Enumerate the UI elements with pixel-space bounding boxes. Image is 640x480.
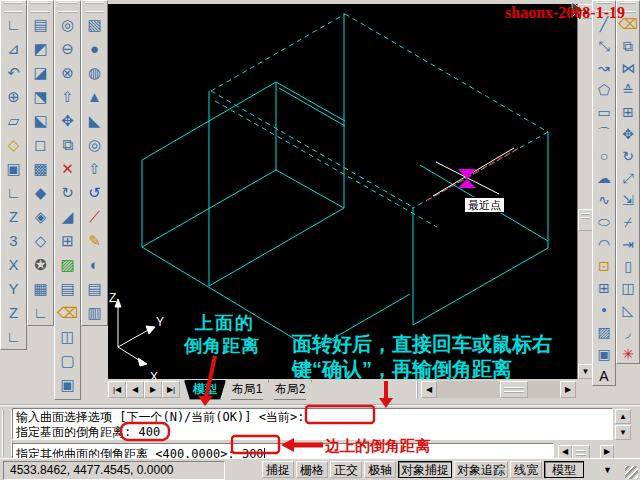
clean-icon[interactable]: ⌫ — [55, 301, 80, 325]
vscroll-thumb[interactable] — [578, 209, 593, 231]
status-toggle-grid[interactable]: 栅格 — [296, 461, 328, 478]
tab-layout2[interactable]: 布局2 — [268, 380, 312, 400]
ucs-face-icon[interactable]: ◇ — [1, 133, 26, 157]
drawing-area[interactable]: Z Y X 上面的 倒角距离 面转好后，直接回车或鼠标右 键“确认”，再输倒角距… — [108, 4, 577, 379]
delete-faces-icon[interactable]: ✕ — [55, 157, 80, 181]
cone-icon[interactable]: ▲ — [82, 85, 107, 109]
setup-drawing-icon[interactable]: ▤ — [82, 277, 107, 301]
copy-faces-icon[interactable]: ⊞ — [55, 229, 80, 253]
cylinder-icon[interactable]: ◍ — [82, 61, 107, 85]
arc-icon[interactable]: ⌒ — [593, 123, 615, 145]
shell-icon[interactable]: ▢ — [55, 349, 80, 373]
region-icon[interactable]: ▣ — [593, 343, 615, 365]
torus-icon[interactable]: ◎ — [82, 133, 107, 157]
point-icon[interactable]: • — [593, 299, 615, 321]
trim-icon[interactable]: ⌿ — [617, 211, 639, 233]
polyline-icon[interactable]: ↝ — [593, 57, 615, 79]
view-sw-isometric-icon[interactable]: ◩ — [28, 37, 53, 61]
circle-icon[interactable]: ○ — [593, 145, 615, 167]
construction-line-icon[interactable]: ⤡ — [593, 35, 615, 57]
imprint-icon[interactable]: ▤ — [55, 277, 80, 301]
ucs-ii-icon[interactable]: ⊿ — [1, 37, 26, 61]
view-back-icon[interactable]: ▩ — [28, 157, 53, 181]
status-toggle-osnap[interactable]: 对象捕捉 — [398, 461, 452, 478]
extrude-faces-icon[interactable]: ⇧ — [55, 85, 80, 109]
sphere-icon[interactable]: ● — [82, 37, 107, 61]
ellipse-arc-icon[interactable]: ◠ — [593, 233, 615, 255]
hscroll-thumb[interactable] — [500, 381, 528, 398]
view-nw-isometric-icon[interactable]: ⬕ — [28, 109, 53, 133]
tab-first-button[interactable]: |◀ — [108, 381, 126, 398]
status-toggle-model-space[interactable]: 模型 — [544, 461, 584, 478]
3d-swivel-icon[interactable]: ◇ — [28, 229, 53, 253]
subtract-icon[interactable]: ⊖ — [55, 37, 80, 61]
fillet-icon[interactable]: ◞ — [617, 321, 639, 343]
move-ucs-icon[interactable]: ∟ — [28, 301, 53, 325]
rotate-icon[interactable]: ↻ — [617, 145, 639, 167]
toolbar-grip[interactable] — [4, 2, 23, 13]
multiline-text-icon[interactable]: A — [593, 365, 615, 387]
ucs-x-icon[interactable]: X — [1, 253, 26, 277]
intersect-icon[interactable]: ⊗ — [55, 61, 80, 85]
polygon-icon[interactable]: ⬠ — [593, 79, 615, 101]
ucs-world-icon[interactable]: ⊕ — [1, 85, 26, 109]
command-history[interactable]: 输入曲面选择选项 [下一个(N)/当前(OK)] <当前>: 指定基面的倒角距离… — [12, 408, 613, 440]
status-toggle-snap[interactable]: 捕捉 — [262, 461, 294, 478]
command-hscroll-right-button[interactable]: ▶ — [600, 445, 614, 459]
stretch-icon[interactable]: ⇲ — [617, 189, 639, 211]
interfere-icon[interactable]: ◐ — [82, 253, 107, 277]
toolbar-grip[interactable] — [58, 2, 77, 13]
move-icon[interactable]: ✥ — [617, 123, 639, 145]
separate-icon[interactable]: ◫ — [55, 325, 80, 349]
hatch-icon[interactable]: ▨ — [593, 321, 615, 343]
command-hscroll-thumb[interactable] — [572, 445, 590, 459]
named-ucs-icon[interactable]: ▦ — [28, 277, 53, 301]
3d-continuous-orbit-icon[interactable]: ◈ — [28, 205, 53, 229]
ucs-y-icon[interactable]: Y — [1, 277, 26, 301]
mirror-icon[interactable]: ⋈ — [617, 57, 639, 79]
spline-icon[interactable]: ∿ — [593, 189, 615, 211]
rotate-faces-icon[interactable]: ↻ — [55, 181, 80, 205]
explode-icon[interactable]: ✳ — [617, 343, 639, 365]
window-resize-grip[interactable] — [625, 466, 638, 479]
ucs-3point-icon[interactable]: 3 — [1, 229, 26, 253]
union-icon[interactable]: ◎ — [55, 13, 80, 37]
scroll-down-button[interactable]: ▼ — [578, 364, 593, 379]
rectangle-icon[interactable]: ▭ — [593, 101, 615, 123]
ucs-view-icon[interactable]: ▣ — [1, 157, 26, 181]
command-scroll-up-button[interactable]: ▲ — [615, 409, 631, 424]
wedge-icon[interactable]: ◣ — [82, 109, 107, 133]
extrude-icon[interactable]: ⇧ — [82, 157, 107, 181]
status-toggle-otrack[interactable]: 对象追踪 — [454, 461, 508, 478]
canvas-vscrollbar[interactable]: ▲ ▼ — [577, 4, 593, 379]
view-se-isometric-icon[interactable]: ◪ — [28, 61, 53, 85]
ucs-apply-icon[interactable]: ∟ — [1, 325, 26, 349]
revision-cloud-icon[interactable]: ☁ — [593, 167, 615, 189]
status-toggle-lineweight[interactable]: 线宽 — [510, 461, 542, 478]
ucs-icon[interactable]: ∟ — [1, 13, 26, 37]
move-faces-icon[interactable]: ✥ — [55, 109, 80, 133]
toolbar-grip[interactable] — [85, 2, 104, 13]
check-icon[interactable]: ▣ — [55, 373, 80, 397]
ucs-origin-icon[interactable]: ∟ — [1, 181, 26, 205]
status-menu-arrow[interactable]: ▼ — [603, 465, 612, 475]
hscroll-left-button[interactable]: ◀ — [421, 381, 437, 398]
ucs-object-icon[interactable]: ▱ — [1, 109, 26, 133]
box-icon[interactable]: ▧ — [82, 13, 107, 37]
tab-next-button[interactable]: ▶ — [144, 381, 162, 398]
camera-icon[interactable]: ✪ — [28, 253, 53, 277]
section-icon[interactable]: ✎ — [82, 229, 107, 253]
ucs-previous-icon[interactable]: ↶ — [1, 61, 26, 85]
make-block-icon[interactable]: ⊞ — [593, 277, 615, 299]
ucs-z-icon[interactable]: Z — [1, 301, 26, 325]
extend-icon[interactable]: ⇥ — [617, 233, 639, 255]
setup-view-icon[interactable]: ▥ — [82, 301, 107, 325]
revolve-icon[interactable]: ↺ — [82, 181, 107, 205]
view-front-icon[interactable]: ◻ — [28, 133, 53, 157]
status-toggle-polar[interactable]: 极轴 — [364, 461, 396, 478]
break-at-point-icon[interactable]: ▯ — [617, 255, 639, 277]
offset-icon[interactable]: ≙ — [617, 79, 639, 101]
tab-prev-button[interactable]: ◀ — [126, 381, 144, 398]
ucs-z-axis-vector-icon[interactable]: Z — [1, 205, 26, 229]
view-ne-isometric-icon[interactable]: ⬔ — [28, 85, 53, 109]
